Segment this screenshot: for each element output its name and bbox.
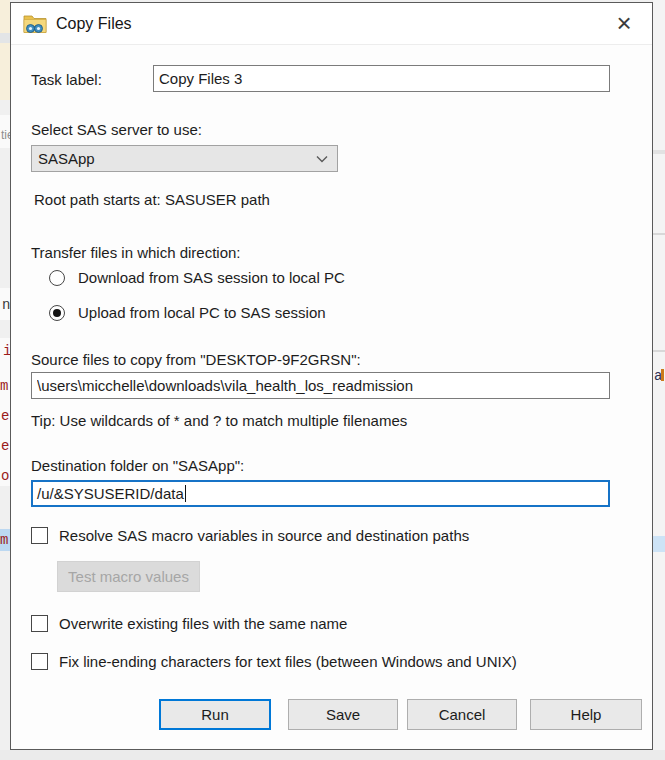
wildcard-tip: Tip: Use wildcards of * and ? to match m… xyxy=(31,412,407,429)
server-select-label: Select SAS server to use: xyxy=(31,121,202,138)
overwrite-checkbox[interactable] xyxy=(31,615,48,632)
source-path-input[interactable] xyxy=(31,372,610,399)
background-code-fragment: o xyxy=(1,469,9,483)
resolve-macro-checkbox[interactable] xyxy=(31,527,48,544)
source-files-label: Source files to copy from "DESKTOP-9F2GR… xyxy=(31,351,361,368)
text-caret xyxy=(185,485,186,502)
overwrite-label: Overwrite existing files with the same n… xyxy=(59,615,347,632)
copy-files-folder-binoculars-icon xyxy=(23,13,47,34)
close-button[interactable]: × xyxy=(604,3,644,43)
server-combobox[interactable]: SASApp xyxy=(31,145,338,172)
line-ending-checkbox[interactable] xyxy=(31,653,48,670)
background-bottom-strip xyxy=(0,750,665,760)
radio-download-label: Download from SAS session to local PC xyxy=(78,269,345,286)
task-label-input[interactable] xyxy=(153,65,610,92)
chevron-down-icon xyxy=(316,155,328,163)
copy-files-dialog: Copy Files × Task label: Select SAS serv… xyxy=(10,2,653,750)
background-code-fragment: e xyxy=(1,439,9,453)
resolve-macro-checkbox-row[interactable]: Resolve SAS macro variables in source an… xyxy=(31,527,469,544)
save-button[interactable]: Save xyxy=(288,699,398,730)
background-code-fragment: e xyxy=(1,409,9,423)
overwrite-checkbox-row[interactable]: Overwrite existing files with the same n… xyxy=(31,615,347,632)
root-path-note: Root path starts at: SASUSER path xyxy=(34,191,270,208)
radio-button-download[interactable] xyxy=(49,270,65,286)
radio-button-upload[interactable] xyxy=(49,305,65,321)
radio-upload-option[interactable]: Upload from local PC to SAS session xyxy=(49,304,326,321)
line-ending-checkbox-row[interactable]: Fix line-ending characters for text file… xyxy=(31,653,517,670)
cancel-button[interactable]: Cancel xyxy=(407,699,517,730)
dialog-title: Copy Files xyxy=(56,15,132,33)
destination-folder-label: Destination folder on "SASApp": xyxy=(31,457,244,474)
background-code-fragment xyxy=(661,369,664,381)
line-ending-label: Fix line-ending characters for text file… xyxy=(59,653,517,670)
background-code-fragment: m xyxy=(0,379,8,393)
resolve-macro-label: Resolve SAS macro variables in source an… xyxy=(59,527,469,544)
destination-path-value: /u/&SYSUSERID/data xyxy=(37,485,184,502)
task-label: Task label: xyxy=(31,71,102,88)
help-button[interactable]: Help xyxy=(530,699,642,730)
run-button[interactable]: Run xyxy=(159,699,271,730)
radio-upload-label: Upload from local PC to SAS session xyxy=(78,304,326,321)
background-code-fragment-selected: m xyxy=(0,533,8,547)
radio-download-option[interactable]: Download from SAS session to local PC xyxy=(49,269,345,286)
destination-path-input[interactable]: /u/&SYSUSERID/data xyxy=(31,480,610,507)
test-macro-values-button: Test macro values xyxy=(57,561,200,592)
transfer-direction-label: Transfer files in which direction: xyxy=(31,244,241,261)
server-combobox-value: SASApp xyxy=(38,150,95,167)
dialog-titlebar: Copy Files × xyxy=(11,3,652,45)
